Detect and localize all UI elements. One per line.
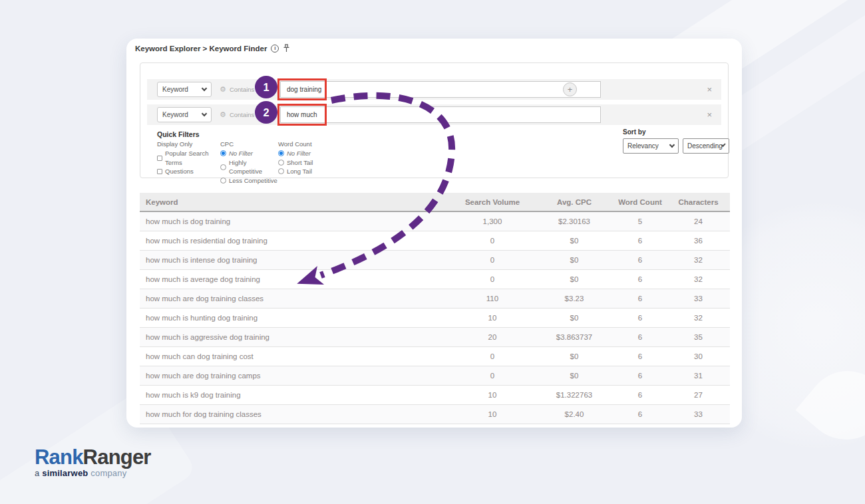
- gear-icon: ⚙: [220, 85, 226, 94]
- keyword-value-input-2[interactable]: [280, 106, 601, 123]
- radio-icon: [278, 160, 284, 166]
- add-filter-button[interactable]: +: [563, 82, 577, 96]
- quick-filter-group-display-only: Display Only Popular Search Terms Questi…: [157, 140, 220, 185]
- radio-wordcount-no-filter[interactable]: No Filter: [278, 149, 313, 158]
- table-row[interactable]: how much are dog training camps 0 $0 6 3…: [140, 366, 730, 386]
- word-count-cell: 6: [613, 275, 667, 283]
- avg-cpc-cell: $2.30163: [535, 217, 613, 225]
- checkbox-popular-search-terms[interactable]: Popular Search Terms: [157, 149, 220, 167]
- keyword-cell: how much is residential dog training: [140, 237, 450, 245]
- word-count-cell: 6: [613, 372, 667, 380]
- pin-icon[interactable]: [283, 44, 290, 53]
- checkbox-icon: [157, 156, 162, 161]
- chevron-down-icon: [202, 86, 207, 91]
- characters-cell: 27: [667, 391, 730, 399]
- plus-icon: +: [568, 84, 573, 94]
- quick-filters-title: Quick Filters: [157, 130, 313, 138]
- sort-by: Sort by Relevancy Descending: [623, 128, 729, 154]
- table-row[interactable]: how much is aggressive dog training 20 $…: [140, 328, 730, 347]
- operator-dropdown-1[interactable]: ⚙ Contains: [220, 85, 254, 94]
- word-count-cell: 6: [613, 391, 667, 399]
- table-row[interactable]: how much is hunting dog training 10 $0 6…: [140, 309, 730, 328]
- logo-tagline: a similarweb company: [35, 468, 151, 478]
- column-header-avg-cpc[interactable]: Avg. CPC: [535, 198, 613, 206]
- rankranger-logo: RankRanger a similarweb company: [35, 447, 151, 478]
- keyword-cell: how much can dog training cost: [140, 352, 450, 360]
- radio-icon: [220, 178, 226, 184]
- step-badge-2: 2: [255, 101, 277, 124]
- avg-cpc-cell: $0: [535, 372, 613, 380]
- radio-icon: [278, 168, 284, 174]
- avg-cpc-cell: $2.40: [535, 410, 613, 418]
- search-volume-cell: 20: [450, 333, 535, 341]
- radio-cpc-less-competitive[interactable]: Less Competitive: [220, 176, 278, 186]
- radio-wordcount-long-tail[interactable]: Long Tail: [278, 167, 313, 176]
- characters-cell: 36: [667, 237, 730, 245]
- field-select-1[interactable]: Keyword: [157, 82, 212, 97]
- field-select-2[interactable]: Keyword: [157, 107, 212, 122]
- table-row[interactable]: how much is intense dog training 0 $0 6 …: [140, 251, 730, 270]
- filter-row-2: Keyword ⚙ Contains 2 ×: [147, 104, 721, 125]
- radio-selected-icon: [220, 150, 226, 156]
- step-badge-1: 1: [255, 76, 277, 98]
- keyword-cell: how much is intense dog training: [140, 256, 450, 264]
- characters-cell: 32: [667, 314, 730, 322]
- table-row[interactable]: how much is residential dog training 0 $…: [140, 231, 730, 251]
- checkbox-icon: [157, 169, 162, 174]
- table-row[interactable]: how much for dog training classes 10 $2.…: [140, 405, 730, 424]
- characters-cell: 30: [667, 352, 730, 360]
- remove-filter-button-1[interactable]: ×: [707, 85, 712, 94]
- remove-filter-button-2[interactable]: ×: [707, 110, 712, 119]
- filter-input-wrap-1: +: [280, 81, 601, 98]
- column-header-word-count[interactable]: Word Count: [613, 198, 667, 206]
- gear-icon: ⚙: [220, 110, 226, 119]
- word-count-cell: 6: [613, 256, 667, 264]
- table-row[interactable]: how much can dog training cost 0 $0 6 30: [140, 347, 730, 366]
- search-volume-cell: 0: [450, 352, 535, 360]
- word-count-cell: 6: [613, 314, 667, 322]
- avg-cpc-cell: $1.322763: [535, 391, 613, 399]
- search-volume-cell: 10: [450, 314, 535, 322]
- table-row[interactable]: how much is average dog training 0 $0 6 …: [140, 270, 730, 289]
- table-row[interactable]: how much is k9 dog training 10 $1.322763…: [140, 386, 730, 405]
- keyword-value-input-1[interactable]: [280, 81, 601, 98]
- table-row[interactable]: how much is dog training 1,300 $2.30163 …: [140, 212, 730, 231]
- filter-row-1: Keyword ⚙ Contains 1 + ×: [147, 79, 721, 100]
- logo-rank: Rank: [35, 445, 83, 469]
- word-count-cell: 6: [613, 237, 667, 245]
- characters-cell: 31: [667, 372, 730, 380]
- search-volume-cell: 0: [450, 372, 535, 380]
- search-volume-cell: 110: [450, 295, 535, 303]
- checkbox-questions[interactable]: Questions: [157, 167, 220, 176]
- operator-dropdown-2[interactable]: ⚙ Contains: [220, 110, 254, 119]
- radio-cpc-highly-competitive[interactable]: Highly Competitive: [220, 158, 278, 176]
- field-select-1-value: Keyword: [162, 86, 188, 93]
- avg-cpc-cell: $0: [535, 314, 613, 322]
- column-header-keyword[interactable]: Keyword: [140, 198, 450, 206]
- keyword-cell: how much is k9 dog training: [140, 391, 450, 399]
- word-count-cell: 6: [613, 295, 667, 303]
- keyword-cell: how much is average dog training: [140, 275, 450, 283]
- column-header-search-volume[interactable]: Search Volume: [450, 198, 535, 206]
- chevron-down-icon: [669, 142, 675, 148]
- table-row[interactable]: how much are dog training classes 110 $3…: [140, 289, 730, 309]
- sort-by-label: Sort by: [623, 128, 729, 136]
- search-volume-cell: 0: [450, 256, 535, 264]
- word-count-cell: 5: [613, 217, 667, 225]
- sort-field-select[interactable]: Relevancy: [623, 138, 679, 154]
- quick-filter-group-cpc: CPC No Filter Highly Competitive Less Co…: [220, 140, 278, 185]
- filter-panel: Keyword ⚙ Contains 1 + × Keyword: [140, 63, 729, 178]
- info-icon[interactable]: i: [271, 45, 279, 53]
- characters-cell: 32: [667, 256, 730, 264]
- word-count-cell: 6: [613, 410, 667, 418]
- radio-cpc-no-filter[interactable]: No Filter: [220, 149, 278, 158]
- search-volume-cell: 0: [450, 275, 535, 283]
- column-header-characters[interactable]: Characters: [667, 198, 730, 206]
- keyword-cell: how much are dog training classes: [140, 295, 450, 303]
- radio-wordcount-short-tail[interactable]: Short Tail: [278, 158, 313, 168]
- sort-direction-select[interactable]: Descending: [683, 138, 729, 154]
- avg-cpc-cell: $3.23: [535, 295, 613, 303]
- results-table: Keyword Search Volume Avg. CPC Word Coun…: [140, 193, 730, 424]
- keyword-cell: how much are dog training camps: [140, 372, 450, 380]
- avg-cpc-cell: $3.863737: [535, 333, 613, 341]
